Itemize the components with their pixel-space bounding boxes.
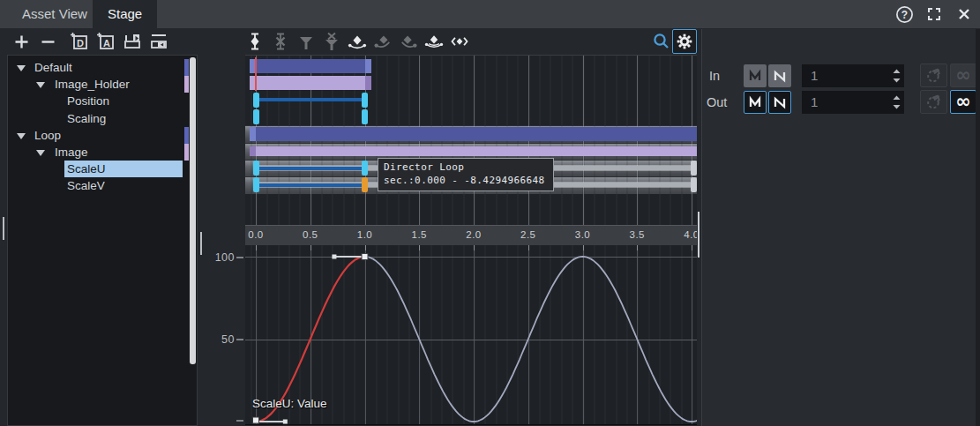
repeat-zigzag-icon [748, 69, 762, 83]
pingpong-zigzag-icon [773, 95, 787, 109]
curve-keyframe-point[interactable] [253, 417, 259, 423]
tree-expand-arrow[interactable] [17, 133, 26, 139]
keyframe-marker[interactable] [362, 161, 368, 176]
curve-keyframe-point[interactable] [362, 254, 368, 260]
collapse-keys-icon[interactable] [296, 31, 316, 52]
marker-play-icon[interactable] [122, 31, 143, 52]
remove-icon[interactable] [37, 31, 58, 52]
out-reset-button[interactable] [920, 90, 947, 114]
panel-splitter-handle[interactable] [200, 232, 202, 255]
tree-item-position[interactable]: Position [8, 93, 198, 109]
keyframe-connector-line [256, 167, 365, 170]
track-bar-image_holder[interactable] [250, 76, 371, 90]
delete-collapsed-keys-icon[interactable] [322, 31, 341, 52]
track-bar-image[interactable] [250, 146, 697, 156]
marker-back-icon[interactable] [148, 31, 169, 52]
key-value-options-icon[interactable] [450, 31, 469, 52]
out-count-input[interactable]: 1 [802, 91, 904, 114]
tab-strip: Asset View Stage ? [0, 0, 980, 28]
curve-in-handle-icon[interactable] [373, 31, 393, 52]
add-director-track-icon[interactable]: D [69, 31, 90, 52]
tree-item-default[interactable]: Default [8, 59, 198, 76]
loop-settings-panel: In 1 ∞ Out 1 ∞ [701, 29, 980, 426]
search-icon[interactable] [652, 32, 670, 50]
add-icon[interactable] [11, 31, 32, 52]
track-bar-default[interactable] [250, 59, 371, 73]
tree-item-label: ScaleV [67, 177, 105, 194]
out-pingpong-button[interactable] [768, 91, 791, 114]
out-infinity-button[interactable]: ∞ [950, 90, 976, 114]
in-infinity-button[interactable]: ∞ [950, 64, 976, 87]
y-tick [236, 257, 243, 258]
window-edge [976, 29, 980, 426]
sequence-editor-window: Asset View Stage ? D A DefaultImage_Hold… [0, 0, 980, 426]
left-splitter-handle[interactable] [3, 217, 4, 240]
keyframe-marker[interactable] [362, 177, 368, 192]
infinity-icon: ∞ [955, 93, 971, 111]
tree-item-scalev[interactable]: ScaleV [8, 177, 198, 194]
tree-expand-arrow[interactable] [36, 150, 45, 156]
ruler-label: 2.0 [461, 229, 486, 240]
tree-item-label: Loop [34, 127, 61, 144]
tree-item-loop[interactable]: Loop [8, 127, 198, 144]
settings-button[interactable] [672, 29, 697, 54]
in-pingpong-button[interactable] [768, 64, 791, 87]
tangent-handle-point[interactable] [283, 420, 288, 424]
curve-edit-icon[interactable] [348, 31, 367, 52]
close-icon[interactable] [954, 4, 975, 25]
in-count-input[interactable]: 1 [802, 64, 904, 87]
timeline-scrollbar-thumb[interactable] [698, 212, 699, 258]
in-repeat-button[interactable] [744, 64, 767, 87]
keyframe-connector-line [256, 98, 365, 101]
ruler-label: 4.0 [679, 229, 697, 240]
delete-key-icon[interactable] [271, 31, 290, 52]
curve-out-handle-icon[interactable] [399, 31, 418, 52]
tree-item-image[interactable]: Image [8, 144, 198, 161]
window-controls: ? [894, 0, 975, 28]
tree-item-scaleu[interactable]: ScaleU [8, 161, 198, 177]
keyframe-connector-line [256, 183, 365, 187]
gear-icon [676, 33, 693, 50]
keyframe-marker[interactable] [253, 109, 259, 124]
tab-stage[interactable]: Stage [93, 0, 157, 28]
reset-arrow-icon [925, 67, 942, 84]
insert-key-icon[interactable] [245, 31, 265, 52]
tangent-handle-point[interactable] [332, 255, 336, 259]
curve-both-handles-icon[interactable] [424, 31, 444, 52]
curve-label: ScaleU: Value [252, 397, 327, 410]
in-count-value: 1 [811, 64, 818, 87]
timeline-ruler[interactable]: 0.00.51.01.52.02.53.03.54.0 [245, 225, 697, 246]
curve-editor[interactable]: ScaleU: Value [245, 245, 697, 425]
keyframe-marker[interactable] [362, 93, 368, 108]
keyframe-marker[interactable] [362, 109, 368, 124]
out-count-spinner[interactable] [892, 93, 901, 111]
playhead[interactable] [255, 57, 257, 91]
keyframe-marker[interactable] [253, 177, 259, 192]
tree-color-strip [184, 59, 189, 76]
object-toolbar: D A [11, 29, 169, 54]
in-reset-button[interactable] [920, 64, 947, 87]
in-label: In [709, 64, 720, 87]
timeline-tracks-area[interactable]: Director Loop sec.:0.000 - -8.4294966648 [245, 55, 697, 226]
maximize-icon[interactable] [924, 4, 945, 25]
reset-arrow-icon [925, 93, 942, 110]
y-tick [236, 420, 243, 422]
y-tick [236, 339, 243, 340]
keyframe-marker[interactable] [253, 161, 259, 176]
track-bar-loop[interactable] [250, 127, 697, 141]
tree-item-scaling[interactable]: Scaling [8, 110, 198, 127]
keyframe-marker[interactable] [691, 161, 697, 176]
help-icon[interactable]: ? [894, 4, 915, 25]
out-repeat-button[interactable] [744, 91, 767, 114]
curve-segment [365, 257, 698, 422]
keyframe-marker[interactable] [691, 177, 697, 192]
svg-text:D: D [77, 38, 84, 49]
keyframe-marker[interactable] [253, 93, 259, 108]
in-count-spinner[interactable] [892, 67, 901, 85]
tree-expand-arrow[interactable] [17, 65, 26, 71]
tab-asset-view[interactable]: Asset View [7, 0, 102, 28]
tree-expand-arrow[interactable] [36, 82, 45, 88]
tree-color-strip [184, 76, 189, 93]
add-attribute-track-icon[interactable]: A [95, 31, 116, 52]
tree-item-image_holder[interactable]: Image_Holder [8, 76, 198, 93]
